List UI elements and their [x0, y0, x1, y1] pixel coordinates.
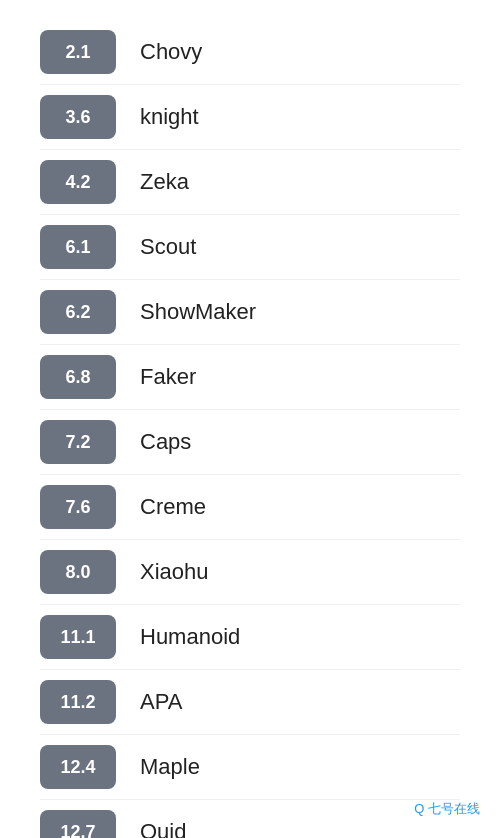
- score-badge: 3.6: [40, 95, 116, 139]
- score-badge: 8.0: [40, 550, 116, 594]
- score-badge: 2.1: [40, 30, 116, 74]
- player-name: Zeka: [140, 169, 189, 195]
- score-badge: 11.2: [40, 680, 116, 724]
- list-item: 6.8Faker: [40, 345, 460, 410]
- list-item: 4.2Zeka: [40, 150, 460, 215]
- list-item: 11.1Humanoid: [40, 605, 460, 670]
- list-item: 6.2ShowMaker: [40, 280, 460, 345]
- list-item: 3.6knight: [40, 85, 460, 150]
- score-badge: 6.1: [40, 225, 116, 269]
- score-badge: 7.6: [40, 485, 116, 529]
- score-badge: 12.4: [40, 745, 116, 789]
- player-name: Maple: [140, 754, 200, 780]
- player-name: APA: [140, 689, 182, 715]
- player-name: Caps: [140, 429, 191, 455]
- score-badge: 11.1: [40, 615, 116, 659]
- player-name: Quid: [140, 819, 186, 838]
- score-badge: 7.2: [40, 420, 116, 464]
- list-item: 6.1Scout: [40, 215, 460, 280]
- score-badge: 12.7: [40, 810, 116, 838]
- watermark: Q 七号在线: [414, 800, 480, 818]
- player-list: 2.1Chovy3.6knight4.2Zeka6.1Scout6.2ShowM…: [40, 20, 460, 838]
- score-badge: 6.8: [40, 355, 116, 399]
- list-item: 2.1Chovy: [40, 20, 460, 85]
- player-name: Creme: [140, 494, 206, 520]
- list-item: 12.7Quid: [40, 800, 460, 838]
- player-name: ShowMaker: [140, 299, 256, 325]
- player-name: knight: [140, 104, 199, 130]
- list-item: 12.4Maple: [40, 735, 460, 800]
- list-item: 8.0Xiaohu: [40, 540, 460, 605]
- score-badge: 4.2: [40, 160, 116, 204]
- list-item: 7.6Creme: [40, 475, 460, 540]
- list-item: 11.2APA: [40, 670, 460, 735]
- player-name: Scout: [140, 234, 196, 260]
- player-name: Humanoid: [140, 624, 240, 650]
- player-name: Faker: [140, 364, 196, 390]
- player-name: Xiaohu: [140, 559, 209, 585]
- player-name: Chovy: [140, 39, 202, 65]
- score-badge: 6.2: [40, 290, 116, 334]
- list-item: 7.2Caps: [40, 410, 460, 475]
